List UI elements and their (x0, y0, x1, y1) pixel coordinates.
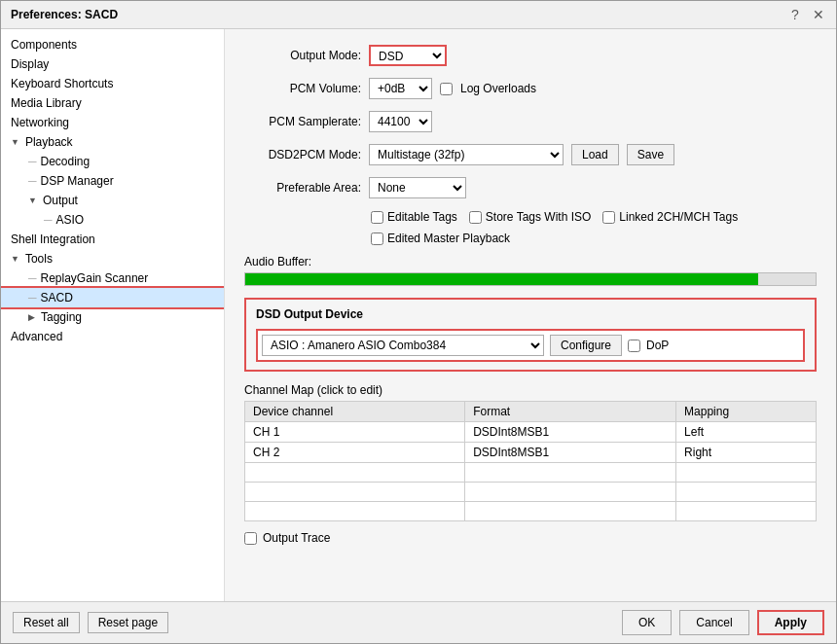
sidebar-label-decoding: Decoding (41, 155, 91, 168)
linked-tags-checkbox[interactable] (602, 211, 615, 224)
editable-tags-row: Editable Tags (371, 210, 457, 224)
sidebar-item-sacd[interactable]: ─ SACD (1, 288, 224, 307)
editable-tags-label: Editable Tags (387, 210, 457, 224)
close-button[interactable]: ✕ (811, 7, 826, 22)
table-row[interactable]: CH 1 DSDInt8MSB1 Left (245, 422, 817, 443)
footer-left: Reset all Reset page (13, 612, 168, 633)
col-header-mapping: Mapping (676, 402, 817, 422)
pcm-samplerate-label: PCM Samplerate: (244, 115, 361, 128)
sidebar-item-dsp-manager[interactable]: ─ DSP Manager (1, 171, 224, 191)
sidebar-item-advanced[interactable]: Advanced (1, 327, 224, 346)
tagging-expand-icon: ▶ (28, 312, 35, 322)
pcm-volume-row: PCM Volume: +0dB Log Overloads (244, 78, 817, 99)
log-overloads-checkbox[interactable] (440, 83, 453, 95)
sacd-dash-icon: ─ (28, 291, 37, 304)
ch1-format: DSDInt8MSB1 (465, 422, 676, 443)
asio-device-select[interactable]: ASIO : Amanero ASIO Combo384 (262, 335, 544, 356)
preferable-area-row: Preferable Area: None 2CH MCH (244, 177, 817, 198)
sidebar-item-tools[interactable]: ▼ Tools (1, 249, 224, 268)
dsd-output-section: DSD Output Device ASIO : Amanero ASIO Co… (244, 298, 817, 372)
sidebar-label-media-library: Media Library (11, 96, 82, 110)
pcm-samplerate-row: PCM Samplerate: 44100 48000 88200 96000 (244, 111, 817, 132)
sidebar-label-output: Output (43, 194, 78, 207)
audio-buffer-progress-bar[interactable] (244, 272, 817, 286)
output-trace-checkbox[interactable] (244, 532, 257, 545)
window-title: Preferences: SACD (11, 8, 118, 21)
reset-page-button[interactable]: Reset page (88, 612, 168, 633)
dop-label: DoP (646, 339, 669, 352)
main-panel: Output Mode: DSD PCM DoP PCM Volume: +0d… (225, 29, 836, 601)
playback-expand-icon: ▼ (11, 137, 19, 147)
dsp-dash-icon: ─ (28, 174, 37, 188)
output-mode-select[interactable]: DSD PCM DoP (369, 45, 447, 66)
output-mode-row: Output Mode: DSD PCM DoP (244, 45, 817, 66)
sidebar-label-advanced: Advanced (11, 330, 62, 343)
sidebar-item-components[interactable]: Components (1, 35, 224, 54)
table-row-empty-1 (245, 463, 817, 483)
configure-button[interactable]: Configure (550, 335, 622, 356)
footer-right: OK Cancel Apply (622, 610, 824, 635)
pcm-volume-select[interactable]: +0dB (369, 78, 432, 99)
ch2-channel: CH 2 (245, 443, 465, 463)
preferable-area-select[interactable]: None 2CH MCH (369, 177, 466, 198)
preferences-window: Preferences: SACD ? ✕ Components Display… (0, 0, 837, 644)
store-tags-row: Store Tags With ISO (469, 210, 592, 224)
replaygain-dash-icon: ─ (28, 271, 37, 285)
apply-button[interactable]: Apply (757, 610, 824, 635)
sidebar-label-tools: Tools (25, 252, 53, 266)
channel-map-table: Device channel Format Mapping CH 1 DSDIn… (244, 401, 817, 521)
sidebar-label-dsp-manager: DSP Manager (41, 174, 114, 188)
main-content: Components Display Keyboard Shortcuts Me… (1, 29, 836, 601)
asio-dash-icon: ─ (44, 213, 53, 227)
sidebar-item-playback[interactable]: ▼ Playback (1, 132, 224, 152)
sidebar-label-sacd: SACD (41, 291, 73, 304)
help-button[interactable]: ? (787, 7, 803, 22)
sidebar-label-asio: ASIO (56, 213, 85, 227)
sidebar-item-keyboard-shortcuts[interactable]: Keyboard Shortcuts (1, 74, 224, 93)
dop-checkbox[interactable] (628, 340, 640, 352)
title-bar-buttons: ? ✕ (787, 7, 826, 22)
tools-expand-icon: ▼ (11, 254, 19, 264)
sidebar-item-tagging[interactable]: ▶ Tagging (1, 307, 224, 327)
ok-button[interactable]: OK (622, 610, 672, 635)
save-button[interactable]: Save (627, 144, 674, 165)
output-trace-label: Output Trace (263, 531, 330, 545)
sidebar-item-decoding[interactable]: ─ Decoding (1, 152, 224, 171)
edited-master-checkbox[interactable] (371, 233, 383, 245)
pcm-samplerate-select[interactable]: 44100 48000 88200 96000 (369, 111, 432, 132)
table-row[interactable]: CH 2 DSDInt8MSB1 Right (245, 443, 817, 463)
sidebar-item-replaygain[interactable]: ─ ReplayGain Scanner (1, 268, 224, 288)
pcm-volume-label: PCM Volume: (244, 82, 361, 95)
table-row-empty-2 (245, 483, 817, 502)
footer: Reset all Reset page OK Cancel Apply (1, 601, 836, 643)
ch1-mapping: Left (676, 422, 817, 443)
cancel-button[interactable]: Cancel (679, 610, 748, 635)
sidebar-item-asio[interactable]: ─ ASIO (1, 210, 224, 230)
editable-tags-checkbox[interactable] (371, 211, 383, 224)
sidebar-item-networking[interactable]: Networking (1, 113, 224, 132)
channel-map-label[interactable]: Channel Map (click to edit) (244, 383, 817, 397)
reset-all-button[interactable]: Reset all (13, 612, 80, 633)
ch1-channel: CH 1 (245, 422, 465, 443)
sidebar-item-shell-integration[interactable]: Shell Integration (1, 230, 224, 249)
store-tags-checkbox[interactable] (469, 211, 482, 224)
sidebar-item-display[interactable]: Display (1, 54, 224, 74)
sidebar-label-replaygain: ReplayGain Scanner (41, 271, 149, 285)
sidebar-label-shell-integration: Shell Integration (11, 233, 95, 246)
sidebar-label-keyboard-shortcuts: Keyboard Shortcuts (11, 77, 113, 90)
load-button[interactable]: Load (571, 144, 619, 165)
sidebar-label-networking: Networking (11, 116, 69, 129)
edited-master-row: Edited Master Playback (371, 232, 817, 245)
audio-buffer-section: Audio Buffer: (244, 255, 817, 286)
sidebar-item-output[interactable]: ▼ Output (1, 191, 224, 210)
col-header-device-channel: Device channel (245, 402, 465, 422)
audio-buffer-fill (245, 273, 758, 285)
linked-tags-label: Linked 2CH/MCH Tags (619, 210, 738, 224)
sidebar-item-media-library[interactable]: Media Library (1, 93, 224, 113)
channel-map-section: Channel Map (click to edit) Device chann… (244, 383, 817, 521)
sidebar-label-tagging: Tagging (41, 310, 82, 324)
dsd2pcm-select[interactable]: Multistage (32fp) (369, 144, 564, 165)
store-tags-label: Store Tags With ISO (486, 210, 592, 224)
sidebar: Components Display Keyboard Shortcuts Me… (1, 29, 225, 601)
dsd2pcm-label: DSD2PCM Mode: (244, 148, 361, 161)
